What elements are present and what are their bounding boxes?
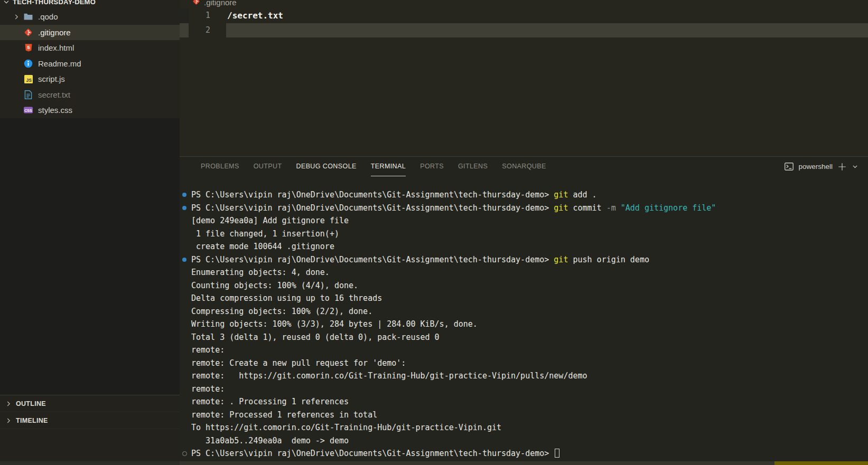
terminal-text-segment: 1 file changed, 1 insertion(+)	[191, 229, 339, 239]
terminal-text-segment: remote: Processed 1 references in total	[191, 410, 377, 420]
terminal-text-segment: -m	[606, 203, 616, 213]
panel-right-controls: powershell	[785, 157, 858, 176]
file-row-qodo[interactable]: .qodo	[0, 9, 180, 25]
file-row-readme-md[interactable]: Readme.md	[0, 56, 180, 72]
git-icon	[23, 27, 33, 37]
terminal-text-segment: Counting objects: 100% (4/4), done.	[191, 281, 358, 290]
editor-tab-gitignore[interactable]: .gitignore	[180, 0, 868, 7]
timeline-section-header[interactable]: TIMELINE	[0, 412, 180, 429]
editor-code-area[interactable]: 1/secret.txt2	[180, 8, 868, 37]
terminal-line: PS C:\Users\vipin raj\OneDrive\Documents…	[180, 188, 868, 202]
file-label: secret.txt	[38, 90, 70, 99]
editor-tab-label: .gitignore	[204, 0, 237, 7]
command-decoration-icon[interactable]	[182, 451, 187, 456]
panel-tab-gitlens[interactable]: GITLENS	[458, 157, 488, 176]
panel-tab-output[interactable]: OUTPUT	[254, 157, 282, 176]
file-row-index-html[interactable]: 5index.html	[0, 40, 180, 56]
panel-tab-debug-console[interactable]: DEBUG CONSOLE	[296, 157, 356, 176]
chevron-right-icon	[13, 13, 23, 21]
terminal-text-segment: remote:	[191, 384, 225, 394]
outline-section-header[interactable]: OUTLINE	[0, 395, 180, 412]
file-row-gitignore[interactable]: .gitignore	[0, 25, 180, 41]
panel-tab-bar: PROBLEMSOUTPUTDEBUG CONSOLETERMINALPORTS…	[180, 157, 868, 176]
terminal-text-segment: PS C:\Users\vipin raj\OneDrive\Documents…	[191, 255, 554, 264]
command-decoration-icon[interactable]	[182, 206, 186, 210]
terminal-line: PS C:\Users\vipin raj\OneDrive\Documents…	[180, 202, 868, 215]
editor-tab-bar: .gitignore	[180, 0, 868, 8]
terminal-text-segment: git	[554, 190, 568, 200]
file-label: index.html	[38, 43, 74, 52]
chevron-right-icon	[5, 417, 12, 424]
terminal-text-segment: 31a0ab5..249ea0a demo -> demo	[191, 436, 349, 445]
file-label: .gitignore	[38, 28, 71, 37]
file-label: Readme.md	[38, 59, 81, 68]
terminal-text-segment: PS C:\Users\vipin raj\OneDrive\Documents…	[191, 449, 554, 458]
main-area: .gitignore 1/secret.txt2 PROBLEMSOUTPUTD…	[180, 0, 868, 461]
svg-text:CSS: CSS	[24, 109, 32, 112]
terminal-text-segment: remote: Create a new pull request for 'd…	[191, 358, 406, 368]
terminal-line: Compressing objects: 100% (2/2), done.	[180, 305, 868, 318]
terminal-line: 1 file changed, 1 insertion(+)	[180, 227, 868, 241]
terminal-text-segment: push origin demo	[568, 255, 649, 264]
terminal-line: Writing objects: 100% (3/3), 284 bytes |…	[180, 318, 868, 331]
terminal-text-segment: remote: https://git.comorin.co/Git-Train…	[191, 371, 587, 381]
terminal-line: remote: https://git.comorin.co/Git-Train…	[180, 369, 868, 383]
terminal-text-segment: [demo 249ea0a] Add gitignore file	[191, 216, 349, 225]
vscode-window: TECH-THURSDAY-DEMO .qodo.gitignore5index…	[0, 0, 868, 465]
terminal-line: create mode 100644 .gitignore	[180, 240, 868, 253]
current-line-highlight	[226, 23, 868, 38]
file-label: .qodo	[38, 12, 58, 21]
code-line-text: /secret.txt	[227, 8, 283, 23]
panel-tab-sonarqube[interactable]: SONARQUBE	[502, 157, 546, 176]
terminal-text-segment: PS C:\Users\vipin raj\OneDrive\Documents…	[191, 190, 554, 200]
terminal-text-segment: To https://git.comorin.co/Git-Training-H…	[191, 423, 501, 432]
command-decoration-icon[interactable]	[182, 193, 186, 197]
file-row-script-js[interactable]: JSscript.js	[0, 71, 180, 87]
terminal-dropdown-button[interactable]	[852, 163, 858, 170]
command-decoration-icon[interactable]	[182, 258, 186, 262]
file-row-styles-css[interactable]: CSSstyles.css	[0, 102, 180, 118]
status-bar-sliver	[0, 461, 868, 465]
new-terminal-button[interactable]	[837, 162, 847, 172]
code-line[interactable]: 1/secret.txt	[180, 8, 868, 23]
file-row-secret-txt[interactable]: secret.txt	[0, 87, 180, 103]
terminal-text-segment: commit	[568, 203, 606, 213]
folder-root-header[interactable]: TECH-THURSDAY-DEMO	[0, 0, 180, 7]
terminal-text-segment: remote: . Processing 1 references	[191, 397, 349, 406]
terminal-profile-label[interactable]: powershell	[798, 163, 833, 170]
code-line[interactable]: 2	[180, 23, 868, 38]
chevron-right-icon	[5, 400, 12, 407]
explorer-tree: TECH-THURSDAY-DEMO .qodo.gitignore5index…	[0, 0, 180, 118]
terminal-text-segment: PS C:\Users\vipin raj\OneDrive\Documents…	[191, 203, 554, 213]
bottom-panel: PROBLEMSOUTPUTDEBUG CONSOLETERMINALPORTS…	[180, 156, 868, 461]
editor[interactable]: .gitignore 1/secret.txt2	[180, 0, 868, 156]
panel-tab-problems[interactable]: PROBLEMS	[201, 157, 239, 176]
section-label: TIMELINE	[16, 417, 48, 424]
terminal-text-segment: add .	[568, 190, 596, 200]
terminal-line: Enumerating objects: 4, done.	[180, 266, 868, 279]
status-bar-sliver-accent	[774, 461, 868, 465]
sidebar-bottom-sections: OUTLINETIMELINE	[0, 395, 180, 461]
terminal-text-segment: create mode 100644 .gitignore	[191, 242, 334, 251]
current-line-highlight	[226, 8, 868, 23]
terminal-output[interactable]: PS C:\Users\vipin raj\OneDrive\Documents…	[180, 188, 868, 461]
terminal-text-segment: Total 3 (delta 1), reused 0 (delta 0), p…	[191, 333, 440, 342]
panel-tab-ports[interactable]: PORTS	[420, 157, 444, 176]
terminal-line: remote: . Processing 1 references	[180, 395, 868, 409]
terminal-line: remote: Create a new pull request for 'd…	[180, 357, 868, 370]
section-label: OUTLINE	[16, 400, 46, 407]
info-icon	[23, 59, 33, 68]
terminal-line: remote: Processed 1 references in total	[180, 409, 868, 422]
terminal-line: To https://git.comorin.co/Git-Training-H…	[180, 421, 868, 434]
terminal-text-segment: Enumerating objects: 4, done.	[191, 268, 330, 277]
svg-text:JS: JS	[26, 78, 32, 83]
terminal-line: 31a0ab5..249ea0a demo -> demo	[180, 434, 868, 448]
folder-root-label: TECH-THURSDAY-DEMO	[13, 0, 96, 6]
terminal-icon	[785, 163, 794, 170]
txt-icon	[23, 90, 33, 99]
panel-tab-terminal[interactable]: TERMINAL	[371, 157, 406, 176]
js-icon: JS	[23, 74, 33, 84]
folder-icon	[23, 12, 33, 22]
file-label: script.js	[38, 74, 65, 83]
chevron-down-icon	[3, 0, 10, 6]
